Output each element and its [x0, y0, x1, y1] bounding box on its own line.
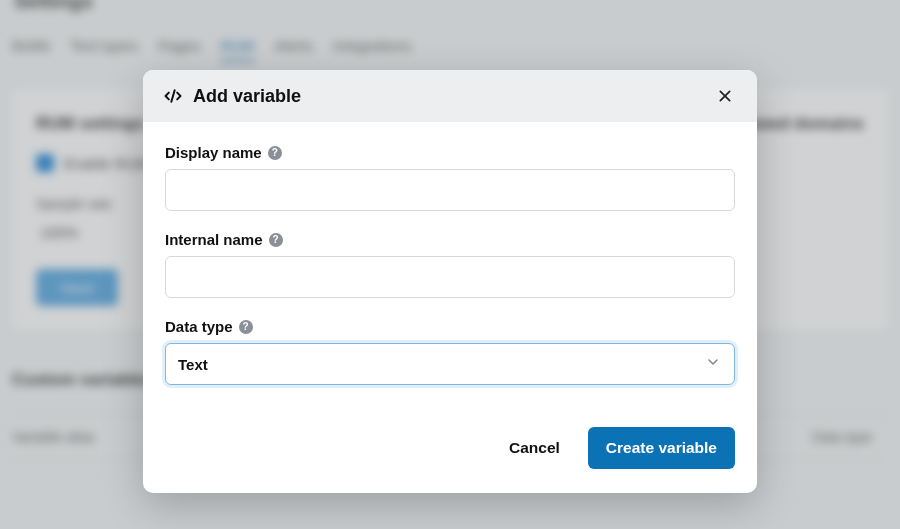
modal-overlay[interactable]: Add variable Display name ? Internal na: [0, 0, 900, 529]
internal-name-input[interactable]: [165, 256, 735, 298]
data-type-select[interactable]: Text: [165, 343, 735, 385]
display-name-group: Display name ?: [165, 144, 735, 211]
close-button[interactable]: [713, 84, 737, 108]
modal-header: Add variable: [143, 70, 757, 122]
display-name-label: Display name: [165, 144, 262, 161]
create-variable-button[interactable]: Create variable: [588, 427, 735, 469]
help-icon[interactable]: ?: [239, 320, 253, 334]
internal-name-group: Internal name ?: [165, 231, 735, 298]
data-type-group: Data type ? Text: [165, 318, 735, 385]
display-name-input[interactable]: [165, 169, 735, 211]
cancel-button[interactable]: Cancel: [491, 427, 578, 469]
modal-title: Add variable: [193, 86, 301, 107]
close-icon: [717, 88, 733, 104]
add-variable-modal: Add variable Display name ? Internal na: [143, 70, 757, 493]
help-icon[interactable]: ?: [269, 233, 283, 247]
code-icon: [163, 86, 183, 106]
modal-footer: Cancel Create variable: [143, 413, 757, 493]
internal-name-label: Internal name: [165, 231, 263, 248]
data-type-label: Data type: [165, 318, 233, 335]
help-icon[interactable]: ?: [268, 146, 282, 160]
svg-line-0: [171, 90, 174, 102]
modal-body: Display name ? Internal name ? Data type…: [143, 122, 757, 413]
